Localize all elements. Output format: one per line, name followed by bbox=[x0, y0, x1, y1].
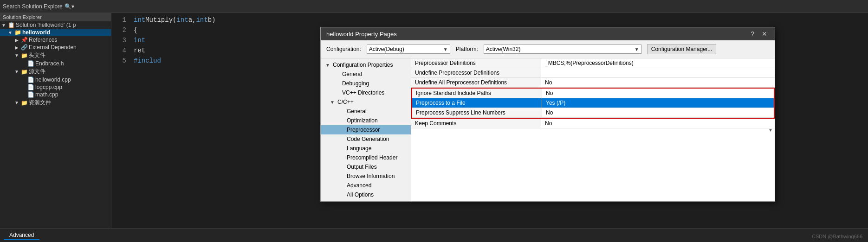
panel-scroll-arrow[interactable]: ▼ bbox=[768, 127, 773, 133]
code-token: int bbox=[134, 37, 145, 44]
prop-tree-item-7[interactable]: Preprocessor bbox=[321, 125, 411, 134]
tree-label: helloworld bbox=[22, 29, 50, 36]
bottom-bar: Advanced bbox=[0, 228, 868, 242]
tree-label: 资源文件 bbox=[29, 99, 51, 107]
dialog-titlebar-buttons: ? ✕ bbox=[749, 30, 769, 38]
prop-tree-item-12[interactable]: Browse Information bbox=[321, 172, 411, 181]
prop-tree-item-13[interactable]: Advanced bbox=[321, 181, 411, 190]
dialog-titlebar: helloworld Property Pages ? ✕ bbox=[321, 27, 775, 40]
prop-tree-item-1[interactable]: General bbox=[321, 70, 411, 79]
prop-name: Keep Comments bbox=[411, 119, 541, 128]
prop-row-4[interactable]: Preprocess to a FileYes (/P) bbox=[412, 98, 774, 108]
prop-name: Ignore Standard Include Paths bbox=[412, 89, 542, 98]
solution-explorer: Solution Explorer ▼ 📋 Solution 'hellowor… bbox=[0, 13, 111, 228]
help-button[interactable]: ? bbox=[749, 30, 756, 38]
search-icon[interactable]: 🔍▾ bbox=[65, 3, 74, 10]
sidebar-item-3[interactable]: ▶ 🔗 External Dependen bbox=[0, 44, 111, 51]
prop-tree-item-6[interactable]: Optimization bbox=[321, 116, 411, 125]
prop-tree-item-11[interactable]: Output Files bbox=[321, 162, 411, 172]
sidebar-item-6[interactable]: ▼ 📁 源文件 bbox=[0, 67, 111, 76]
property-panel: Preprocessor Definitions_MBCS;%(Preproce… bbox=[411, 58, 775, 201]
prop-tree-item-3[interactable]: VC++ Directories bbox=[321, 88, 411, 97]
close-button[interactable]: ✕ bbox=[760, 30, 769, 38]
property-pages-dialog: helloworld Property Pages ? ✕ Configurat… bbox=[320, 27, 775, 202]
prop-tree-item-5[interactable]: General bbox=[321, 107, 411, 116]
tree-icon: 📁 bbox=[14, 29, 21, 36]
prop-tree-label: Optimization bbox=[347, 117, 378, 124]
prop-tree-item-10[interactable]: Precompiled Header bbox=[321, 153, 411, 162]
config-label: Configuration: bbox=[326, 46, 361, 52]
prop-name: Undefine Preprocessor Definitions bbox=[411, 68, 541, 77]
line-number: 5 bbox=[111, 56, 126, 66]
prop-tree-item-14[interactable]: All Options bbox=[321, 190, 411, 199]
prop-tree-label: VC++ Directories bbox=[342, 89, 384, 96]
prop-tree-label: Browse Information bbox=[347, 173, 395, 179]
platform-dropdown[interactable]: Active(Win32) ▼ bbox=[484, 45, 641, 54]
code-token: ret bbox=[134, 47, 145, 54]
prop-row-2[interactable]: Undefine All Preprocessor DefinitionsNo bbox=[411, 78, 775, 88]
prop-tree-label: Code Generation bbox=[347, 136, 389, 142]
prop-tree-item-0[interactable]: ▼ Configuration Properties bbox=[321, 60, 411, 70]
prop-value bbox=[541, 68, 775, 77]
sidebar-item-9[interactable]: 📄 math.cpp bbox=[0, 91, 111, 98]
sidebar-item-4[interactable]: ▼ 📁 头文件 bbox=[0, 51, 111, 60]
prop-tree-item-8[interactable]: Code Generation bbox=[321, 134, 411, 144]
prop-value: No bbox=[542, 108, 774, 117]
code-token: b) bbox=[208, 16, 216, 24]
sidebar-item-0[interactable]: ▼ 📋 Solution 'helloworld' (1 p bbox=[0, 21, 111, 29]
tree-label: Solution 'helloworld' (1 p bbox=[16, 22, 76, 28]
sidebar-item-7[interactable]: 📄 helloworld.cpp bbox=[0, 76, 111, 83]
prop-tree-label: General bbox=[342, 71, 362, 77]
code-token: #includ bbox=[134, 57, 161, 64]
line-numbers: 12345 bbox=[111, 13, 130, 66]
config-dropdown[interactable]: Active(Debug) ▼ bbox=[367, 45, 450, 54]
bottom-tabs: Advanced bbox=[4, 231, 39, 240]
prop-tree-item-2[interactable]: Debugging bbox=[321, 79, 411, 88]
prop-row-5[interactable]: Preprocess Suppress Line NumbersNo bbox=[412, 108, 774, 118]
platform-dropdown-arrow: ▼ bbox=[635, 47, 639, 52]
main-area: Solution Explorer ▼ 📋 Solution 'hellowor… bbox=[0, 13, 868, 228]
tree-arrow: ▼ bbox=[13, 69, 20, 74]
prop-tree-label: Configuration Properties bbox=[333, 62, 393, 68]
prop-tree-label: Precompiled Header bbox=[347, 154, 397, 161]
sidebar-item-2[interactable]: ▶ 📌 References bbox=[0, 36, 111, 44]
code-token: a, bbox=[188, 16, 196, 24]
bottom-tab[interactable]: Advanced bbox=[4, 231, 39, 240]
tree-label: helloworld.cpp bbox=[35, 76, 71, 83]
tree-label: External Dependen bbox=[29, 44, 77, 51]
prop-tree-label: C/C++ bbox=[337, 99, 354, 105]
prop-tree-label: General bbox=[347, 108, 367, 115]
prop-name: Preprocess Suppress Line Numbers bbox=[412, 108, 542, 117]
prop-row-6[interactable]: Keep CommentsNo bbox=[411, 119, 775, 128]
sidebar-item-10[interactable]: ▼ 📁 资源文件 bbox=[0, 98, 111, 107]
watermark: CSDN @Bathwing666 bbox=[812, 234, 862, 239]
tree-icon: 📄 bbox=[27, 91, 34, 98]
prop-tree-label: Language bbox=[347, 145, 371, 152]
dialog-body: ▼ Configuration Properties General Debug… bbox=[321, 58, 775, 201]
prop-tree-item-4[interactable]: ▼ C/C++ bbox=[321, 97, 411, 107]
config-manager-button[interactable]: Configuration Manager... bbox=[647, 44, 716, 54]
prop-row-3[interactable]: Ignore Standard Include PathsNo bbox=[412, 89, 774, 98]
config-row: Configuration: Active(Debug) ▼ Platform:… bbox=[321, 40, 775, 58]
tree-label: logcpp.cpp bbox=[35, 84, 62, 90]
prop-tree-label: Debugging bbox=[342, 80, 369, 87]
line-number: 4 bbox=[111, 45, 126, 56]
tree-label: 头文件 bbox=[29, 51, 45, 59]
tree-icon: 📋 bbox=[7, 22, 15, 28]
prop-name: Undefine All Preprocessor Definitions bbox=[411, 78, 541, 87]
sidebar-item-8[interactable]: 📄 logcpp.cpp bbox=[0, 83, 111, 91]
sidebar-item-1[interactable]: ▼ 📁 helloworld bbox=[0, 29, 111, 36]
tree-arrow: ▼ bbox=[0, 23, 7, 28]
prop-tree-item-9[interactable]: Language bbox=[321, 144, 411, 153]
prop-row-0[interactable]: Preprocessor Definitions_MBCS;%(Preproce… bbox=[411, 58, 775, 68]
config-value: Active(Debug) bbox=[369, 46, 441, 52]
code-editor: 12345 int Mutiply(int a, int b){ int ret… bbox=[111, 13, 868, 228]
tree-arrow: ▶ bbox=[13, 45, 20, 50]
search-bar: Search Solution Explore 🔍▾ bbox=[0, 0, 868, 13]
sidebar-item-5[interactable]: 📄 Endbrace.h bbox=[0, 60, 111, 67]
tree-icon: 📄 bbox=[27, 60, 34, 67]
tree-arrow: ▼ bbox=[13, 53, 20, 58]
tree-label: 源文件 bbox=[29, 68, 45, 76]
platform-value: Active(Win32) bbox=[486, 46, 633, 52]
prop-row-1[interactable]: Undefine Preprocessor Definitions bbox=[411, 68, 775, 78]
